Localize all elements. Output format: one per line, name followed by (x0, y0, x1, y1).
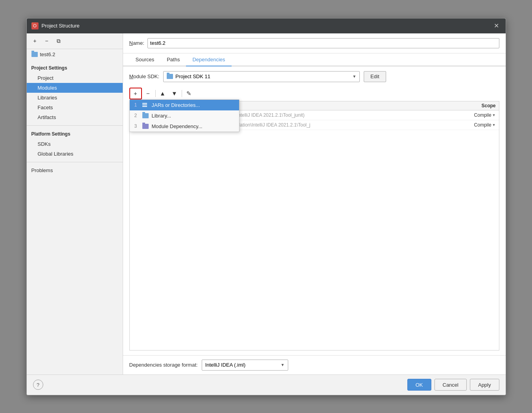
cancel-button[interactable]: Cancel (434, 379, 467, 391)
add-btn-wrapper: + (129, 88, 142, 99)
module-item-label: test6.2 (40, 51, 55, 57)
sidebar-item-project[interactable]: Project (27, 73, 123, 83)
dep-down-button[interactable]: ▼ (169, 88, 180, 99)
module-folder-icon (31, 52, 38, 57)
title-bar: ⬡ Project Structure ✕ (27, 18, 506, 33)
nav-divider-2 (27, 162, 123, 162)
storage-value: IntelliJ IDEA (.iml) (205, 362, 246, 368)
sidebar-add-button[interactable]: + (30, 36, 40, 46)
help-button[interactable]: ? (33, 380, 43, 390)
sdk-label: Module SDK: (129, 73, 160, 79)
apply-button[interactable]: Apply (470, 379, 499, 391)
dep-scope-2[interactable]: Compile ▼ (474, 122, 496, 128)
main-content: Name: Sources Paths Dependencies Module … (123, 33, 506, 374)
tabs-row: Sources Paths Dependencies (123, 53, 506, 66)
dep-table: Scope junit-4.13.2.jar (129, 101, 499, 351)
app-icon: ⬡ (31, 22, 39, 29)
dep-scope-1[interactable]: Compile ▼ (474, 112, 496, 118)
name-row: Name: (123, 33, 506, 53)
dialog-footer: ? OK Cancel Apply (27, 374, 506, 395)
dropdown-module-dep-label: Module Dependency... (152, 123, 202, 129)
tab-sources[interactable]: Sources (129, 53, 161, 66)
dep-edit-button[interactable]: ✎ (184, 88, 195, 99)
toolbar-separator-2 (182, 90, 182, 97)
sidebar: + − ⧉ test6.2 Project Settings Project M… (27, 33, 123, 374)
dialog-title: Project Structure (42, 23, 80, 29)
sidebar-item-modules[interactable]: Modules (27, 83, 123, 93)
platform-settings-header: Platform Settings (27, 129, 123, 139)
title-bar-left: ⬡ Project Structure (31, 22, 80, 29)
dep-up-button[interactable]: ▲ (157, 88, 168, 99)
module-item[interactable]: test6.2 (27, 49, 123, 60)
nav-divider (27, 125, 123, 126)
sidebar-copy-button[interactable]: ⧉ (53, 36, 64, 46)
name-label: Name: (129, 40, 144, 46)
sidebar-item-artifacts[interactable]: Artifacts (27, 112, 123, 122)
footer-buttons: OK Cancel Apply (407, 379, 499, 391)
storage-arrow: ▼ (281, 363, 285, 367)
tab-dependencies[interactable]: Dependencies (186, 53, 231, 66)
sidebar-toolbar: + − ⧉ (27, 33, 123, 49)
scope-header: Scope (481, 103, 495, 108)
sidebar-remove-button[interactable]: − (42, 36, 52, 46)
storage-select[interactable]: IntelliJ IDEA (.iml) ▼ (202, 360, 288, 371)
content-area: Module SDK: Project SDK 11 ▼ Edit + (123, 66, 506, 355)
sidebar-item-problems[interactable]: Problems (27, 165, 123, 175)
dropdown-jars-label: JARs or Directories... (152, 102, 200, 108)
dialog-body: + − ⧉ test6.2 Project Settings Project M… (27, 33, 506, 374)
sidebar-nav: Project Settings Project Modules Librari… (27, 60, 123, 178)
edit-sdk-button[interactable]: Edit (364, 71, 386, 82)
dropdown-library-label: Library... (152, 113, 171, 119)
jar-lines-icon (142, 102, 149, 108)
dep-add-button[interactable]: + (130, 88, 141, 99)
scope-arrow-2: ▼ (492, 123, 496, 127)
dropdown-item-library[interactable]: 2 Library... (130, 110, 239, 121)
dep-remove-button[interactable]: − (143, 88, 154, 99)
sdk-select[interactable]: Project SDK 11 ▼ (163, 71, 360, 82)
ok-button[interactable]: OK (407, 379, 431, 391)
scope-arrow-1: ▼ (492, 113, 496, 117)
module-dep-folder-icon (142, 124, 149, 129)
tab-paths[interactable]: Paths (160, 53, 186, 66)
toolbar-separator (155, 90, 156, 97)
sdk-value: Project SDK 11 (175, 73, 210, 79)
dropdown-item-module-dep[interactable]: 3 Module Dependency... (130, 121, 239, 132)
sdk-select-arrow: ▼ (352, 74, 356, 79)
sidebar-item-facets[interactable]: Facets (27, 103, 123, 112)
close-button[interactable]: ✕ (492, 22, 501, 30)
name-input[interactable] (147, 38, 499, 48)
dropdown-menu: 1 JARs or Directories... (129, 99, 239, 132)
dep-toolbar: + − ▲ ▼ ✎ 1 (129, 88, 499, 99)
dropdown-item-jars[interactable]: 1 JARs or Directories... (130, 100, 239, 110)
storage-label: Dependencies storage format: (129, 362, 198, 368)
sdk-row: Module SDK: Project SDK 11 ▼ Edit (129, 71, 499, 82)
sdk-folder-icon (167, 74, 173, 79)
sidebar-item-sdks[interactable]: SDKs (27, 139, 123, 149)
storage-row: Dependencies storage format: IntelliJ ID… (123, 355, 506, 374)
project-settings-header: Project Settings (27, 63, 123, 73)
project-structure-dialog: ⬡ Project Structure ✕ + − ⧉ test6.2 Proj… (26, 18, 506, 395)
sidebar-item-libraries[interactable]: Libraries (27, 93, 123, 103)
sdk-select-content: Project SDK 11 (167, 73, 210, 79)
sidebar-item-global-libraries[interactable]: Global Libraries (27, 149, 123, 159)
library-folder-icon (142, 113, 149, 118)
